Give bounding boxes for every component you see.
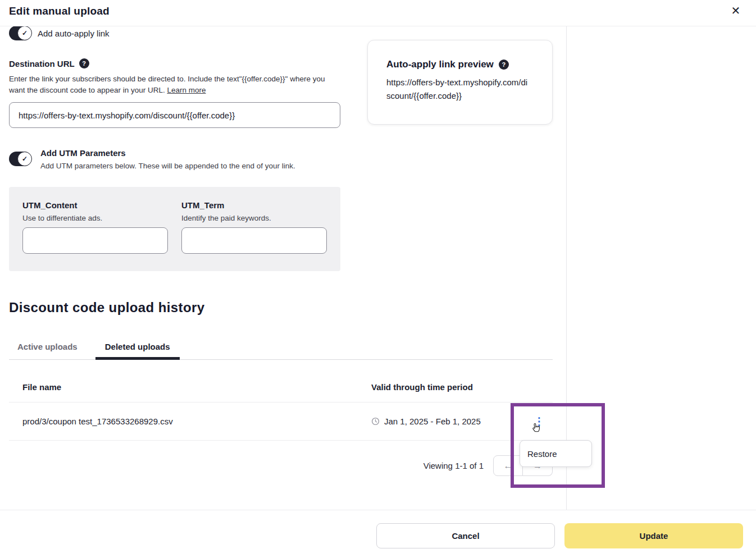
toggle-check-icon: ✓	[17, 26, 32, 40]
upload-history-heading: Discount code upload history	[9, 300, 553, 315]
cancel-button[interactable]: Cancel	[376, 523, 555, 548]
learn-more-link[interactable]: Learn more	[167, 86, 206, 94]
upload-history-tabs: Active uploads Deleted uploads	[9, 334, 553, 360]
utm-description: Add UTM parameters below. These will be …	[40, 162, 295, 170]
auto-apply-toggle[interactable]: ✓	[9, 26, 31, 40]
utm-term-input[interactable]	[181, 227, 327, 254]
utm-toggle[interactable]: ✓	[9, 152, 31, 166]
auto-apply-link-section: ✓ Add auto-apply link	[9, 26, 553, 40]
toggle-check-icon: ✓	[17, 152, 32, 166]
row-actions-menu[interactable]: Restore	[520, 440, 592, 467]
file-name-cell: prod/3/coupon test_1736533268929.csv	[22, 417, 371, 426]
modal-footer: Cancel Update	[0, 510, 756, 558]
modal-body: ✓ Add auto-apply link Destination URL ? …	[0, 26, 567, 510]
pagination-viewing-text: Viewing 1-1 of 1	[423, 461, 484, 470]
utm-toggle-label: Add UTM Parameters	[40, 148, 295, 158]
close-icon[interactable]: ✕	[728, 3, 744, 19]
valid-through-text: Jan 1, 2025 - Feb 1, 2025	[384, 417, 481, 426]
clock-icon	[371, 417, 380, 426]
table-header-row: File name Valid through time period	[9, 360, 553, 403]
tab-active-uploads[interactable]: Active uploads	[17, 334, 78, 359]
destination-url-input[interactable]	[9, 102, 340, 128]
modal-header: Edit manual upload ✕	[0, 0, 756, 26]
pagination: Viewing 1-1 of 1 ← →	[9, 455, 553, 476]
column-header-file-name: File name	[22, 382, 371, 392]
update-button[interactable]: Update	[564, 523, 743, 548]
utm-fields-panel: UTM_Content Use to differentiate ads. UT…	[9, 187, 340, 271]
utm-parameters-section: ✓ Add UTM Parameters Add UTM parameters …	[9, 148, 553, 170]
help-icon[interactable]: ?	[79, 58, 89, 68]
utm-content-label: UTM_Content	[22, 200, 168, 210]
table-row: prod/3/coupon test_1736533268929.csv Jan…	[9, 403, 553, 441]
utm-content-hint: Use to differentiate ads.	[22, 214, 168, 222]
auto-apply-link-preview-card: Auto-apply link preview ? https://offers…	[367, 40, 553, 125]
utm-content-input[interactable]	[22, 227, 168, 254]
edit-manual-upload-modal: Edit manual upload ✕ ✓ Add auto-apply li…	[0, 0, 756, 558]
utm-term-label: UTM_Term	[181, 200, 327, 210]
column-header-valid-through: Valid through time period	[371, 382, 526, 392]
utm-term-field-group: UTM_Term Identify the paid keywords.	[181, 200, 327, 258]
preview-card-title: Auto-apply link preview	[386, 59, 494, 70]
utm-content-field-group: UTM_Content Use to differentiate ads.	[22, 200, 168, 258]
preview-url-text: https://offers-by-text.myshopify.com/dis…	[386, 76, 530, 103]
pagination-prev-button[interactable]: ←	[493, 455, 523, 476]
valid-through-cell: Jan 1, 2025 - Feb 1, 2025	[371, 417, 526, 426]
destination-url-label: Destination URL	[9, 59, 75, 68]
destination-url-description: Enter the link your subscribers should b…	[9, 74, 334, 95]
help-icon[interactable]: ?	[499, 60, 509, 70]
auto-apply-toggle-label: Add auto-apply link	[38, 29, 110, 38]
tab-deleted-uploads[interactable]: Deleted uploads	[95, 334, 180, 359]
utm-term-hint: Identify the paid keywords.	[181, 214, 327, 222]
restore-menu-item[interactable]: Restore	[527, 449, 557, 459]
arrow-left-icon: ←	[504, 461, 513, 471]
modal-title: Edit manual upload	[9, 5, 110, 17]
row-actions-kebab-icon[interactable]: ⋮	[534, 417, 545, 427]
